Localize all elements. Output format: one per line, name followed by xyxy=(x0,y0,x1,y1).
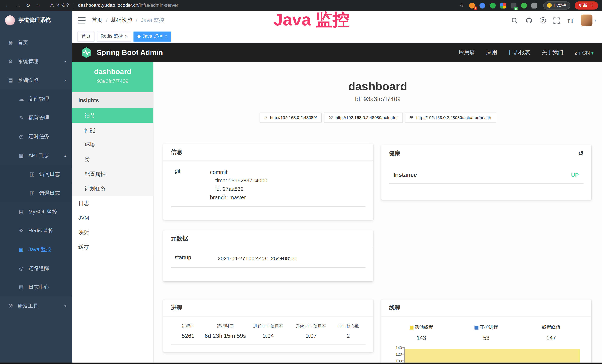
health-instance-row[interactable]: Instance UP xyxy=(389,168,584,183)
sba-instance-header[interactable]: dashboard 93a3fc7f7409 xyxy=(72,62,153,92)
history-icon[interactable]: ↺ xyxy=(578,150,584,157)
app-logo xyxy=(5,15,15,25)
sidebar-item-file-management[interactable]: ☁ 文件管理 xyxy=(0,89,72,108)
language-value: zh-CN xyxy=(575,50,590,56)
sba-item-environment[interactable]: 环境 xyxy=(72,137,153,152)
profile-paused-chip[interactable]: 已暂停 xyxy=(543,1,570,9)
close-icon[interactable]: × xyxy=(165,34,167,39)
browser-update-button[interactable]: 更新 ⋮ xyxy=(575,1,598,9)
sidebar-item-system-management[interactable]: ⚙ 系统管理 ▾ xyxy=(0,52,72,71)
security-separator xyxy=(74,3,74,8)
chevron-down-icon: ▾ xyxy=(591,51,593,55)
legend-value: 53 xyxy=(454,334,519,341)
sba-item-classes[interactable]: 类 xyxy=(72,152,153,167)
sidebar-item-scheduled-jobs[interactable]: ◷ 定时任务 xyxy=(0,127,72,146)
user-menu[interactable]: ▾ xyxy=(581,15,596,26)
sidebar-item-mysql-monitor[interactable]: ▦ MySQL 监控 xyxy=(0,202,72,221)
extension-drop-icon[interactable] xyxy=(479,2,485,8)
legend-swatch-yellow xyxy=(410,325,414,329)
sidebar-item-home[interactable]: ◉ 首页 xyxy=(0,33,72,52)
address-url[interactable]: dashboard.yudao.iocoder.cn/infra/admin-s… xyxy=(78,3,178,8)
url-host: dashboard.yudao.iocoder.cn xyxy=(78,3,138,8)
sba-language-select[interactable]: zh-CN▾ xyxy=(575,50,594,56)
sidebar-item-label: 系统管理 xyxy=(18,58,38,65)
sba-item-config-props[interactable]: 配置属性 xyxy=(72,167,153,181)
site-security-chip[interactable]: ⚠ 不安全 dashboard.yudao.iocoder.cn/infra/a… xyxy=(50,2,178,8)
git-info-row: git commit: time: 1596289704000 id: 27aa… xyxy=(171,167,366,207)
fullscreen-icon[interactable] xyxy=(553,17,560,24)
threads-card-title: 线程 xyxy=(381,300,591,316)
extension-proxy-icon[interactable]: on xyxy=(511,2,516,8)
sidebar-item-error-logs[interactable]: ▥ 错误日志 xyxy=(0,183,72,202)
sba-item-details[interactable]: 细节 xyxy=(72,108,153,123)
breadcrumb-separator: / xyxy=(106,17,108,23)
sba-nav-journal[interactable]: 日志报表 xyxy=(509,49,530,56)
sba-item-jvm[interactable]: JVM xyxy=(72,211,153,225)
health-url: http://192.168.0.2:48080/actuator/health xyxy=(416,115,491,120)
git-value: commit: time: 1596289704000 id: 27aa832 … xyxy=(210,168,362,202)
sidebar-item-tracing[interactable]: ◎ 链路追踪 xyxy=(0,259,72,278)
sidebar-item-api-logs[interactable]: ▧ API 日志 ▴ xyxy=(0,146,72,165)
search-icon[interactable] xyxy=(511,17,518,24)
tab-home[interactable]: 首页 xyxy=(77,31,94,41)
app-brand[interactable]: 芋道管理系统 xyxy=(0,11,72,30)
sba-nav-about[interactable]: 关于我们 xyxy=(542,49,563,56)
sba-item-logs[interactable]: 日志 xyxy=(72,196,153,211)
sba-item-caches[interactable]: 缓存 xyxy=(72,240,153,254)
cell-value: 0.07 xyxy=(290,332,333,339)
sidebar-item-log-center[interactable]: ▨ 日志中心 xyxy=(0,278,72,296)
forward-icon[interactable]: → xyxy=(14,2,22,8)
tab-java-monitor[interactable]: Java 监控 × xyxy=(134,31,171,41)
sba-nav-wallboard[interactable]: 应用墙 xyxy=(459,49,475,56)
column-header: 进程ID xyxy=(172,323,204,329)
health-url-button[interactable]: ❤ http://192.168.0.2:48080/actuator/heal… xyxy=(405,113,496,123)
screen: Java 监控 ← → ↻ ⌂ ⚠ 不安全 dashboard.yudao.io… xyxy=(0,0,602,364)
sidebar-item-label: 链路追踪 xyxy=(28,265,49,272)
legend-daemon-threads: 守护进程 53 xyxy=(454,324,519,341)
health-card-title: 健康 xyxy=(389,150,400,157)
breadcrumb-home[interactable]: 首页 xyxy=(92,17,103,24)
sidebar-item-config-management[interactable]: ✎ 配置管理 xyxy=(0,108,72,127)
sba-group-insights[interactable]: Insights xyxy=(72,92,153,108)
help-icon[interactable]: ? xyxy=(540,17,546,23)
metadata-card-title: 元数据 xyxy=(163,230,373,247)
sidebar-item-dev-tools[interactable]: ⚒ 研发工具 ▾ xyxy=(0,297,72,315)
extension-leaf-icon[interactable] xyxy=(521,2,527,8)
extensions-puzzle-icon[interactable] xyxy=(531,2,537,8)
github-icon[interactable] xyxy=(526,17,532,24)
header-actions: ? тT ▾ xyxy=(511,15,596,26)
metadata-value: 2021-04-27T00:44:31.254+08:00 xyxy=(218,254,362,263)
legend-swatch-blue xyxy=(475,325,479,329)
breadcrumb-section[interactable]: 基础设施 xyxy=(111,17,132,24)
extension-green-icon[interactable] xyxy=(490,2,495,8)
sidebar-item-label: 错误日志 xyxy=(39,190,60,196)
sba-content: dashboard Id: 93a3fc7f7409 ⌂ http://192.… xyxy=(153,62,602,364)
bookmark-star-icon[interactable]: ☆ xyxy=(459,2,464,8)
actuator-url-button[interactable]: ⚒ http://192.168.0.2:48080/actuator xyxy=(324,113,403,123)
cpu-cores-col: CPU核心数 2 xyxy=(333,323,364,339)
cloud-icon: ☁ xyxy=(18,96,24,102)
sba-item-mappings[interactable]: 映射 xyxy=(72,225,153,240)
font-size-icon[interactable]: тT xyxy=(568,17,574,23)
extension-grid-icon[interactable] xyxy=(500,2,506,8)
sidebar-item-redis-monitor[interactable]: ❖ Redis 监控 xyxy=(0,221,72,240)
sba-brand-title[interactable]: Spring Boot Admin xyxy=(97,48,163,57)
browser-menu-icon[interactable]: ⋮ xyxy=(590,3,594,8)
process-card-title: 进程 xyxy=(163,300,373,316)
back-icon[interactable]: ← xyxy=(4,2,12,8)
extension-orange-icon[interactable]: 1 xyxy=(469,2,475,8)
tab-redis-monitor[interactable]: Redis 监控 × xyxy=(97,31,131,41)
reload-icon[interactable]: ↻ xyxy=(24,2,32,8)
sidebar-item-java-monitor[interactable]: ▣ Java 监控 xyxy=(0,240,72,259)
legend-label: 活动线程 xyxy=(415,324,433,331)
sba-item-metrics[interactable]: 性能 xyxy=(72,123,153,138)
tags-view: 首页 Redis 监控 × Java 监控 × xyxy=(72,30,602,43)
sidebar-item-infrastructure[interactable]: ▤ 基础设施 ▴ xyxy=(0,71,72,89)
close-icon[interactable]: × xyxy=(125,34,128,39)
hamburger-icon[interactable] xyxy=(78,17,86,23)
service-url-button[interactable]: ⌂ http://192.168.0.2:48080/ xyxy=(259,113,322,123)
sba-nav-applications[interactable]: 应用 xyxy=(486,49,497,56)
sba-item-scheduled-tasks[interactable]: 计划任务 xyxy=(72,181,153,196)
sidebar-item-access-logs[interactable]: ▥ 访问日志 xyxy=(0,165,72,183)
browser-home-icon[interactable]: ⌂ xyxy=(34,2,42,8)
